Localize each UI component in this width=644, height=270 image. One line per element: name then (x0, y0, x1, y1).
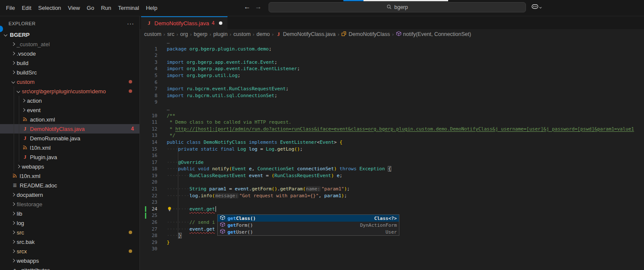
breadcrumb-segment[interactable]: custom (144, 31, 161, 37)
top-strip-white (363, 0, 448, 1)
copilot-menu[interactable] (532, 3, 541, 12)
tree-item-docpattern[interactable]: docpattern (0, 190, 139, 199)
top-strip-blue (343, 0, 363, 1)
tree-item-action[interactable]: action (0, 96, 139, 105)
code-line-2[interactable]: 2 (140, 52, 644, 59)
tree-item-demorunnable-java[interactable]: JDemoRunnable.java (0, 134, 139, 143)
code-line-10[interactable]: 10/** (140, 113, 644, 119)
tree-item-webapps[interactable]: webapps (0, 256, 139, 265)
command-center-search[interactable]: bgerp (269, 2, 526, 12)
breadcrumb-file[interactable]: JDemoNotifyClass.java (276, 31, 336, 37)
editor-area[interactable]: J DemoNotifyClass.java 4 custom›src›org›… (140, 16, 644, 270)
menu-edit[interactable]: Edit (18, 3, 35, 13)
code-line-6[interactable]: 6 (140, 79, 644, 86)
code-line-13[interactable]: 13 */ (140, 132, 644, 139)
code-line-29[interactable]: 29} (140, 239, 644, 246)
tree-item-webapps[interactable]: webapps (0, 162, 139, 171)
menubar: FileEditSelectionViewGoRunTerminalHelp (3, 3, 161, 13)
breadcrumb-segment[interactable]: bgerp (194, 31, 207, 37)
code-line-3[interactable]: 3import org.bgerp.app.event.iface.Event; (140, 59, 644, 66)
line-number: 20 (140, 179, 157, 186)
breadcrumb-segment[interactable]: src (167, 31, 174, 37)
forward-arrow-icon[interactable]: → (255, 3, 262, 11)
tree-item-plugin-java[interactable]: JPlugin.java (0, 152, 139, 162)
tree-item-src-bak[interactable]: src.bak (0, 237, 139, 246)
tree-item-l10n-xml[interactable]: l10n.xml (0, 143, 139, 152)
suggest-item-getform[interactable]: getForm()DynActionForm (218, 222, 399, 228)
code-line-16[interactable]: 16 (140, 152, 644, 159)
code-line-9[interactable]: 9 (140, 99, 644, 106)
lightbulb-icon[interactable] (167, 206, 173, 212)
code-line-14[interactable]: 14public class DemoNotifyClass implement… (140, 139, 644, 146)
code-line-23[interactable]: 23 (140, 199, 644, 206)
tab-modified-dot-icon[interactable] (219, 21, 222, 25)
tree-item-lib[interactable]: lib (0, 209, 139, 218)
tree-item--gitattributes[interactable]: ◆.gitattributes (0, 265, 139, 270)
code-line-22[interactable]: 22········log.info(message:"Got request … (140, 193, 644, 199)
tab-demonotifyclass[interactable]: J DemoNotifyClass.java 4 (141, 16, 227, 29)
menu-terminal[interactable]: Terminal (115, 3, 142, 13)
code-line-24[interactable]: 24········event.get (140, 206, 644, 213)
line-number: 10 (140, 113, 157, 119)
code-line-ellipsis[interactable]: … (140, 39, 644, 46)
tree-item-src[interactable]: src (0, 228, 139, 237)
code-line-17[interactable]: 17····@Override (140, 159, 644, 166)
code-line-20[interactable]: 20 (140, 179, 644, 186)
xml-file-icon (22, 145, 28, 151)
menu-go[interactable]: Go (83, 3, 97, 13)
chevron-right-icon (22, 99, 25, 102)
menu-run[interactable]: Run (97, 3, 115, 13)
code-line-21[interactable]: 21········String param1 = event.getForm(… (140, 186, 644, 193)
tree-item-buildsrc[interactable]: buildSrc (0, 68, 139, 77)
breadcrumb-class-symbol[interactable]: DemoNotifyClass (341, 31, 390, 38)
code-line-12[interactable]: 12 * http://[host]:[port]/admin/run.do?a… (140, 126, 644, 133)
line-number: 19 (140, 172, 157, 179)
code-line-4[interactable]: 4import org.bgerp.app.event.iface.EventL… (140, 65, 644, 72)
line-number: 9 (140, 99, 157, 106)
tree-item-log[interactable]: log (0, 218, 139, 228)
tree-item--vscode[interactable]: .vscode (0, 49, 139, 58)
breadcrumb-segment[interactable]: plugin (213, 31, 227, 37)
menu-file[interactable]: File (3, 3, 18, 13)
menu-view[interactable]: View (65, 3, 83, 13)
code-line-15[interactable]: 15····private static final Log log = Log… (140, 146, 644, 153)
breadcrumb-method-symbol[interactable]: notify(Event, ConnectionSet) (396, 31, 471, 38)
line-number: 1 (140, 46, 157, 53)
breadcrumb-segment[interactable]: demo (257, 31, 270, 37)
code-line-19[interactable]: 19········RunClassRequestEvent event = (… (140, 172, 644, 179)
tree-item-filestorage[interactable]: filestorage (0, 199, 139, 209)
breadcrumb-separator: › (392, 32, 394, 37)
suggest-item-getclass[interactable]: getClass()Class<?> (218, 215, 399, 222)
code-line-11[interactable]: 11 * Demo class to be called via HTTP re… (140, 119, 644, 126)
menu-selection[interactable]: Selection (35, 3, 64, 13)
tree-item--custom-atel[interactable]: _custom_atel (0, 39, 139, 49)
vscode-window: FileEditSelectionViewGoRunTerminalHelp ←… (0, 0, 644, 270)
code-line-18[interactable]: 18····public void notify(Event e, Connec… (140, 166, 644, 172)
menu-help[interactable]: Help (142, 3, 161, 13)
breadcrumb-segment[interactable]: custom (233, 31, 251, 37)
tree-item-l10n-xml[interactable]: l10n.xml (0, 171, 139, 181)
tree-item-src-org-bgerp-plugin-custom-demo[interactable]: src\org\bgerp\plugin\custom\demo (0, 86, 139, 96)
breadcrumb-segment[interactable]: org (180, 31, 188, 37)
tree-item-readme-adoc[interactable]: ≣README.adoc (0, 181, 139, 190)
back-arrow-icon[interactable]: ← (244, 3, 251, 11)
code-line-ellipsis[interactable]: … (140, 106, 644, 113)
tree-item-build[interactable]: build (0, 58, 139, 68)
suggest-item-getuser[interactable]: getUser()User (218, 228, 399, 235)
tree-item-action-xml[interactable]: action.xml (0, 115, 139, 124)
code-line-7[interactable]: 7import ru.bgcrm.event.RunClassRequestEv… (140, 86, 644, 92)
tree-item-event[interactable]: event (0, 105, 139, 115)
chevron-down-icon (12, 80, 15, 83)
explorer-actions-icon[interactable]: ··· (127, 20, 134, 27)
code-line-8[interactable]: 8import ru.bgcrm.util.sql.ConnectionSet; (140, 92, 644, 99)
code-line-5[interactable]: 5import org.bgerp.util.Log; (140, 72, 644, 79)
tree-root-bgerp[interactable]: BGERP (0, 30, 139, 39)
tree-item-custom[interactable]: custom (0, 77, 139, 86)
breadcrumb-separator: › (190, 32, 192, 37)
code-line-30[interactable]: 30 (140, 246, 644, 252)
tree-item-demonotifyclass-java[interactable]: JDemoNotifyClass.java4 (0, 124, 139, 134)
chevron-right-icon (12, 212, 15, 215)
search-value: bgerp (394, 4, 408, 10)
code-line-1[interactable]: 1package org.bgerp.plugin.custom.demo; (140, 46, 644, 53)
tree-item-srcx[interactable]: srcx (0, 246, 139, 256)
